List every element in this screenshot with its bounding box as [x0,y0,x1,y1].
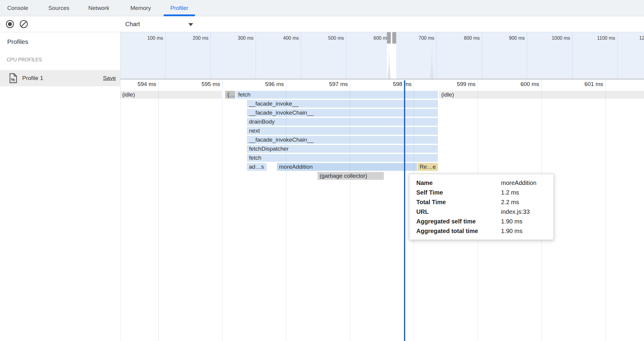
overview-tick-line [482,32,482,79]
tab-memory[interactable]: Memory [130,0,151,16]
chevron-down-icon [188,23,193,26]
overview-tick-line [527,32,527,79]
tooltip-value: moreAddition [501,178,554,188]
flame-bar--facade-invokechain-[interactable]: __facade_invokeChain__ [247,109,438,117]
sidebar-divider [120,16,120,341]
overview-tick-line [256,32,256,79]
overview-tick-label: 1000 ms [534,35,570,41]
overview-tick-line [165,32,166,79]
tooltip-row: Aggregated self time1.90 ms [416,217,554,226]
time-gridline [350,80,350,341]
tooltip-label: Self Time [416,188,501,197]
flame-bar--garbage-collector-[interactable]: (garbage collector) [317,172,384,180]
flame-bar-ad-s[interactable]: ad…s [247,163,267,171]
ruler-tick-label: 595 ms [175,81,220,88]
flame-bar-moreaddition[interactable]: moreAddition [277,163,417,171]
devtools-tab-bar: ConsoleSourcesNetworkMemoryProfiler [0,0,644,16]
flame-bar-next[interactable]: next [247,127,438,135]
overview-tick-label: 200 ms [172,35,208,41]
overview-tick-label: 300 ms [217,35,254,41]
profile-document-icon: % [9,73,17,84]
svg-text:%: % [11,77,15,82]
overview-tick-label: 500 ms [308,35,344,41]
overview-tick-line [346,32,346,79]
overview-tick-line [436,32,437,79]
flame-chart-pane[interactable]: 594 ms595 ms596 ms597 ms598 ms599 ms600 … [120,79,644,341]
flame-bar--[interactable]: (… [225,91,235,99]
clear-profiles-button[interactable] [19,20,28,29]
overview-tick-line [211,32,211,79]
view-mode-dropdown[interactable]: Chart [125,16,199,32]
save-profile-link[interactable]: Save [103,70,116,86]
flame-bar--facade-invoke-[interactable]: __facade_invoke__ [247,100,438,108]
flame-bar--idle-[interactable]: (idle) [120,91,222,99]
flame-bar-fetch[interactable]: fetch [236,91,438,99]
flame-bar--idle-[interactable]: (idle) [439,91,644,99]
ruler-tick-label: 599 ms [430,81,475,88]
time-gridline [605,80,606,341]
flame-bar-fetch[interactable]: fetch [247,154,438,162]
frame-info-tooltip: NamemoreAdditionSelf Time1.2 msTotal Tim… [409,174,554,240]
tab-sources[interactable]: Sources [48,0,69,16]
overview-tick-label: 800 ms [444,35,480,41]
ruler-tick-label: 601 ms [558,81,603,88]
timeline-overview[interactable]: 100 ms200 ms300 ms400 ms500 ms600 ms700 … [120,32,644,79]
ruler-tick-label: 596 ms [239,81,284,88]
record-icon [5,24,14,29]
tab-profiler[interactable]: Profiler [170,0,188,16]
profile-name: Profile 1 [22,70,43,86]
ruler-tick-label: 594 ms [120,81,156,88]
tooltip-value: 2.2 ms [501,197,554,207]
tooltip-value: 1.90 ms [501,226,554,236]
overview-tick-label: 12 [609,35,644,41]
cpu-profiles-section-label: CPU PROFILES [7,57,42,63]
tooltip-row: NamemoreAddition [416,178,554,188]
selection-handle-left[interactable] [387,32,391,44]
overview-tick-line [301,32,301,79]
tooltip-value: 1.90 ms [501,217,554,226]
time-gridline [158,80,159,341]
overview-tick-label: 100 ms [127,35,163,41]
record-profile-button[interactable] [5,20,14,29]
ruler-tick-label: 600 ms [494,81,539,88]
tooltip-value: index.js:33 [501,207,554,217]
time-gridline [286,80,286,341]
tooltip-label: Name [416,178,501,188]
devtools-profiler-panel: { "colors": { "accent_blue": "#1a73e8", … [0,0,644,341]
tab-console[interactable]: Console [7,0,28,16]
tooltip-row: URLindex.js:33 [416,207,554,217]
tooltip-label: Aggregated self time [416,217,501,226]
flame-bar-re-e[interactable]: Re…e [418,163,438,171]
flame-bar-drainbody[interactable]: drainBody [247,118,438,126]
flame-bar--facade-invokechain-[interactable]: __facade_invokeChain__ [247,136,438,144]
overview-tick-label: 900 ms [489,35,525,41]
profiler-toolbar: Chart [0,16,644,32]
tooltip-label: Aggregated total time [416,226,501,236]
playhead-line[interactable] [404,80,405,341]
tooltip-row: Aggregated total time1.90 ms [416,226,554,236]
tooltip-row: Total Time2.2 ms [416,197,554,207]
view-mode-label: Chart [125,21,140,27]
ruler-tick-label: 597 ms [303,81,348,88]
overview-tick-label: 400 ms [263,35,299,41]
profiles-heading: Profiles [7,38,28,45]
overview-tick-label: 700 ms [398,35,434,41]
selection-handle-right[interactable] [392,32,396,44]
overview-tick-label: 600 ms [353,35,389,41]
tab-network[interactable]: Network [88,0,109,16]
tooltip-value: 1.2 ms [501,188,554,197]
tooltip-label: URL [416,207,501,217]
tooltip-row: Self Time1.2 ms [416,188,554,197]
time-gridline [222,80,223,341]
sidebar-item-profile-1[interactable]: % Profile 1 Save [0,70,120,86]
clear-icon [19,24,28,29]
cpu-activity-spike [430,47,434,79]
flame-bar-fetchdispatcher[interactable]: fetchDispatcher [247,145,438,153]
overview-tick-line [572,32,573,79]
tooltip-label: Total Time [416,197,501,207]
